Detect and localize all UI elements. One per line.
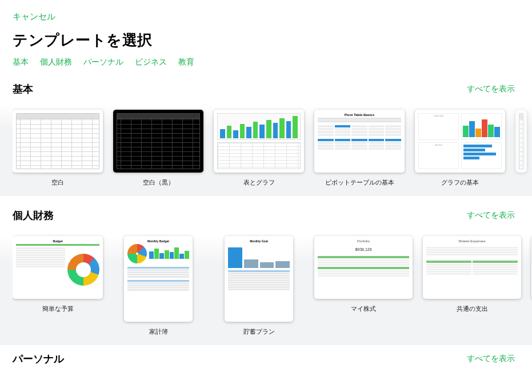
tab-personal[interactable]: パーソナル (83, 57, 123, 67)
show-all-personal[interactable]: すべてを表示 (467, 354, 515, 364)
template-savings[interactable]: Monthly Goal 貯蓄プラン (214, 236, 304, 336)
template-label: 簡単な予算 (13, 305, 103, 313)
template-household[interactable]: Monthly Budget 家計簿 (113, 236, 203, 336)
template-label: 空白 (13, 178, 103, 187)
template-blank-dark[interactable]: 空白（黒） (113, 110, 203, 187)
template-label: 家計簿 (113, 327, 203, 336)
cancel-button[interactable]: キャンセル (13, 11, 55, 22)
template-stocks[interactable]: Portfolio $938,128 マイ株式 (314, 236, 413, 336)
tab-business[interactable]: ビジネス (135, 57, 167, 67)
template-label: マイ株式 (314, 305, 413, 313)
section-finance: 個人財務 すべてを表示 Budget 簡単な予算 (0, 209, 532, 345)
show-all-finance[interactable]: すべてを表示 (467, 210, 515, 221)
section-title-personal: パーソナル (13, 352, 64, 366)
section-title-basic: 基本 (13, 82, 33, 96)
tab-education[interactable]: 教育 (178, 57, 194, 67)
page-title: テンプレートを選択 (13, 30, 519, 50)
template-label: 空白（黒） (113, 178, 203, 187)
section-title-finance: 個人財務 (13, 209, 54, 222)
tab-finance[interactable]: 個人財務 (40, 57, 72, 67)
template-pivot-basics[interactable]: Pivot Table Basics ピボットテーブルの基本 (314, 110, 405, 187)
template-label: ピボットテーブルの基本 (314, 178, 405, 187)
template-chart-basics[interactable]: Column chart Bar chart グラフの基本 (415, 110, 505, 187)
template-label: グラフの基本 (415, 178, 505, 187)
template-table-chart[interactable]: 表とグラフ (214, 110, 304, 187)
section-personal: パーソナル すべてを表示 (0, 352, 532, 366)
template-label: 貯蓄プラン (214, 327, 304, 336)
show-all-basic[interactable]: すべてを表示 (467, 84, 515, 94)
template-label: 表とグラフ (214, 178, 304, 187)
category-tabs: 基本 個人財務 パーソナル ビジネス 教育 (13, 57, 519, 67)
template-simple-budget[interactable]: Budget 簡単な予算 (13, 236, 103, 336)
template-label: 共通の支出 (423, 305, 521, 313)
section-basic: 基本 すべてを表示 空白 空白（黒） (0, 82, 532, 196)
template-shared-expenses[interactable]: Shared Expenses 共通の支出 (423, 236, 521, 336)
tab-basic[interactable]: 基本 (13, 57, 29, 67)
template-extra-peek[interactable] (515, 110, 527, 187)
template-blank[interactable]: 空白 (13, 110, 103, 187)
